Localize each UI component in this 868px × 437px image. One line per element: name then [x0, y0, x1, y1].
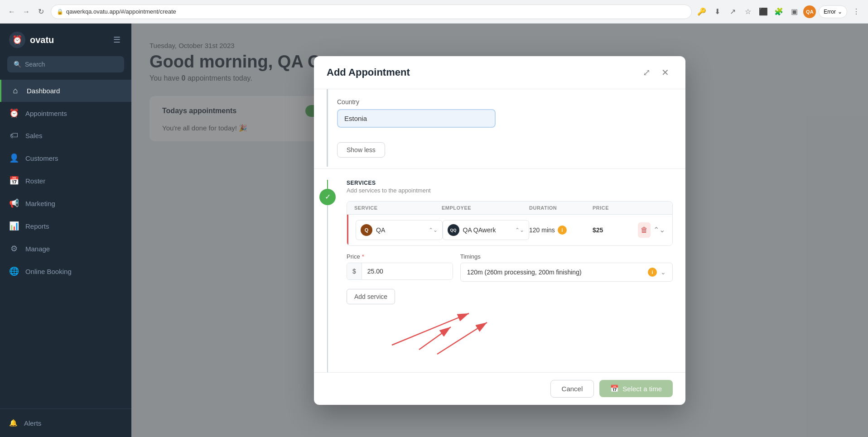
- lock-icon: 🔒: [57, 9, 63, 15]
- back-button[interactable]: ←: [5, 5, 18, 18]
- extension-green-icon[interactable]: ⬛: [757, 5, 770, 18]
- actions-col-header: [638, 205, 665, 211]
- price-input[interactable]: [362, 263, 453, 279]
- app-layout: ⏰ ovatu ☰ 🔍 Search ⌂ Dashboard ⏰ Appoint…: [0, 24, 868, 437]
- modal-title: Add Appointment: [327, 67, 410, 78]
- service-table-row: Q QA ⌃⌄ QQ: [347, 215, 672, 245]
- key-icon[interactable]: 🔑: [695, 5, 708, 18]
- address-bar[interactable]: 🔒 qawerkqa.ovatu.app/#/appointment/creat…: [51, 5, 692, 19]
- layout-icon[interactable]: ▣: [788, 5, 800, 18]
- sidebar: ⏰ ovatu ☰ 🔍 Search ⌂ Dashboard ⏰ Appoint…: [0, 24, 131, 437]
- employee-select[interactable]: QQ QA QAwerk ⌃⌄: [443, 220, 530, 240]
- cancel-button[interactable]: Cancel: [550, 380, 594, 398]
- download-icon[interactable]: ⬇: [711, 5, 723, 18]
- user-avatar[interactable]: QA: [803, 5, 816, 18]
- puzzle-icon[interactable]: 🧩: [772, 5, 785, 18]
- expand-icon[interactable]: ⤢: [639, 65, 654, 80]
- sidebar-bottom: 🔔 Alerts: [0, 408, 131, 437]
- required-star: *: [362, 253, 364, 260]
- sidebar-nav: ⌂ Dashboard ⏰ Appointments 🏷 Sales 👤 Cus…: [0, 80, 131, 408]
- timings-value: 120m (260m processing, 200m finishing): [467, 269, 582, 276]
- sidebar-label-dashboard: Dashboard: [27, 87, 60, 95]
- sidebar-item-alerts[interactable]: 🔔 Alerts: [9, 414, 122, 432]
- chevron-down-icon: ⌄: [838, 9, 842, 15]
- forward-button[interactable]: →: [20, 5, 33, 18]
- hamburger-button[interactable]: ☰: [111, 33, 122, 47]
- service-name: QA: [376, 226, 425, 234]
- price-group: Price * $: [347, 253, 453, 282]
- duration-col-header: DURATION: [529, 205, 593, 211]
- show-less-button[interactable]: Show less: [337, 142, 385, 158]
- price-field-label: Price *: [347, 253, 453, 260]
- sidebar-item-reports[interactable]: 📊 Reports: [0, 215, 131, 237]
- show-less-label: Show less: [347, 146, 376, 154]
- reorder-button[interactable]: ⌃⌄: [653, 226, 665, 234]
- share-icon[interactable]: ↗: [726, 5, 739, 18]
- employee-chevron-icon: ⌃⌄: [515, 227, 524, 233]
- menu-dots-icon[interactable]: ⋮: [850, 5, 863, 18]
- sidebar-label-sales: Sales: [25, 132, 43, 139]
- select-time-label: Select a time: [622, 385, 662, 393]
- sidebar-item-customers[interactable]: 👤 Customers: [0, 147, 131, 169]
- country-input[interactable]: [337, 109, 496, 128]
- sidebar-item-manage[interactable]: ⚙ Manage: [0, 237, 131, 260]
- sidebar-item-roster[interactable]: 📅 Roster: [0, 169, 131, 192]
- service-table-header: SERVICE EMPLOYEE DURATION PRICE: [347, 202, 672, 215]
- service-avatar: Q: [361, 224, 372, 236]
- duration-col: 120 mins i: [529, 226, 593, 235]
- sidebar-label-reports: Reports: [25, 222, 49, 230]
- cancel-label: Cancel: [562, 385, 583, 393]
- price-col: $25: [593, 226, 638, 234]
- sidebar-item-online-booking[interactable]: 🌐 Online Booking: [0, 260, 131, 283]
- sidebar-item-sales[interactable]: 🏷 Sales: [0, 125, 131, 147]
- browser-chrome: ← → ↻ 🔒 qawerkqa.ovatu.app/#/appointment…: [0, 0, 868, 24]
- sidebar-label-manage: Manage: [25, 245, 50, 253]
- service-chevron-icon: ⌃⌄: [429, 227, 438, 233]
- select-time-button[interactable]: 📅 Select a time: [599, 380, 673, 397]
- add-service-button[interactable]: Add service: [347, 289, 395, 304]
- browser-nav-buttons: ← → ↻: [5, 5, 47, 18]
- error-label: Error: [824, 9, 836, 15]
- service-col-header: SERVICE: [354, 205, 442, 211]
- delete-service-button[interactable]: 🗑: [638, 222, 651, 238]
- annotation-arrows: [347, 309, 573, 363]
- close-icon[interactable]: ✕: [658, 65, 673, 80]
- services-step-circle: ✓: [319, 189, 336, 205]
- add-service-label: Add service: [354, 293, 387, 300]
- price-value: $25: [593, 226, 603, 234]
- timings-warning-icon[interactable]: i: [648, 268, 657, 277]
- search-icon: 🔍: [14, 61, 21, 68]
- modal-header-actions: ⤢ ✕: [639, 65, 673, 80]
- sidebar-label-online-booking: Online Booking: [25, 268, 72, 275]
- tag-icon: 🏷: [9, 131, 19, 140]
- refresh-button[interactable]: ↻: [34, 5, 47, 18]
- services-section-label: SERVICES: [347, 180, 673, 186]
- logo-icon: ⏰: [9, 32, 25, 48]
- timings-select[interactable]: 120m (260m processing, 200m finishing) i…: [460, 263, 673, 282]
- service-select[interactable]: Q QA ⌃⌄: [356, 220, 443, 240]
- roster-icon: 📅: [9, 176, 19, 186]
- sidebar-label-customers: Customers: [25, 154, 58, 162]
- browser-actions: 🔑 ⬇ ↗ ☆ ⬛ 🧩 ▣ QA Error ⌄ ⋮: [695, 5, 863, 18]
- duration-info-button[interactable]: i: [558, 226, 567, 235]
- clock-icon: ⏰: [9, 108, 19, 118]
- country-label: Country: [337, 98, 673, 106]
- sidebar-item-dashboard[interactable]: ⌂ Dashboard: [0, 80, 131, 102]
- star-icon[interactable]: ☆: [742, 5, 754, 18]
- modal-overlay: Add Appointment ⤢ ✕ Country: [131, 24, 868, 437]
- error-button[interactable]: Error ⌄: [819, 5, 847, 18]
- sidebar-label-marketing: Marketing: [25, 200, 55, 207]
- marketing-icon: 📢: [9, 198, 19, 208]
- manage-icon: ⚙: [9, 244, 19, 254]
- price-col-header: PRICE: [593, 205, 638, 211]
- search-placeholder: Search: [25, 61, 45, 68]
- svg-line-3: [392, 313, 469, 345]
- sidebar-item-appointments[interactable]: ⏰ Appointments: [0, 102, 131, 125]
- svg-line-5: [437, 322, 487, 354]
- logo: ⏰ ovatu: [9, 32, 54, 48]
- price-timings-row: Price * $: [347, 253, 673, 282]
- modal-content-area: Country Show less: [314, 89, 685, 372]
- currency-prefix: $: [347, 263, 362, 279]
- sidebar-item-marketing[interactable]: 📢 Marketing: [0, 192, 131, 215]
- search-box[interactable]: 🔍 Search: [7, 56, 124, 72]
